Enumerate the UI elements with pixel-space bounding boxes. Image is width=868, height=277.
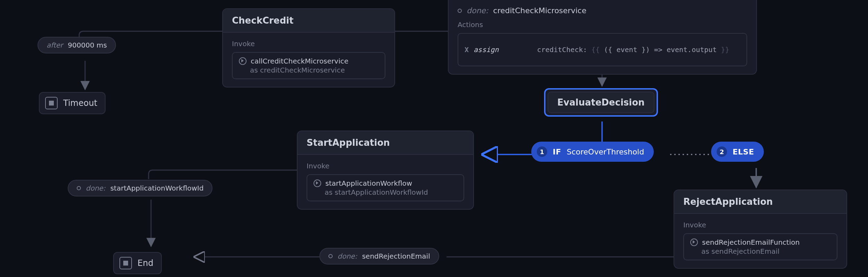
invoke-as-prefix: as: [325, 188, 335, 196]
final-state-icon: [119, 257, 132, 269]
condition-else[interactable]: 2 ELSE: [711, 142, 764, 162]
done-value: creditCheckMicroservice: [493, 6, 586, 15]
edge-done-start-app[interactable]: done: startApplicationWorkflowId: [68, 180, 212, 196]
after-keyword: after: [47, 41, 63, 49]
x-icon: X: [465, 45, 469, 54]
invoke-label: Invoke: [307, 162, 464, 170]
invoke-start-app[interactable]: startApplicationWorkflow as startApplica…: [307, 174, 464, 201]
state-check-credit[interactable]: CheckCredit Invoke callCreditCheckMicros…: [222, 8, 395, 87]
assign-code-open: creditCheck:: [537, 45, 592, 54]
state-end[interactable]: End: [113, 252, 162, 274]
actions-label: Actions: [458, 20, 747, 29]
assign-keyword: assign: [474, 45, 499, 54]
bullet-icon: [328, 254, 333, 258]
if-condition: ScoreOverThreshold: [567, 148, 644, 156]
done-keyword: done:: [337, 252, 357, 260]
after-value: 900000 ms: [68, 41, 107, 49]
bullet-icon: [458, 9, 462, 13]
invoke-call-credit[interactable]: callCreditCheckMicroservice as creditChe…: [232, 52, 385, 79]
start-app-title: StartApplication: [298, 131, 473, 155]
invoke-fn: sendRejectionEmailFunction: [702, 238, 800, 246]
state-reject-application[interactable]: RejectApplication Invoke sendRejectionEm…: [674, 190, 847, 269]
assign-brace-r: }}: [717, 45, 729, 54]
check-credit-title: CheckCredit: [223, 9, 394, 33]
invoke-as: creditCheckMicroservice: [260, 66, 345, 74]
timeout-label: Timeout: [63, 98, 97, 108]
play-icon: [690, 238, 698, 246]
if-keyword: IF: [553, 148, 561, 156]
invoke-reject-app[interactable]: sendRejectionEmailFunction as sendReject…: [683, 233, 837, 260]
evaluate-title: EvaluateDecision: [548, 92, 654, 113]
invoke-as: sendRejectionEmail: [711, 247, 779, 255]
done-keyword: done:: [86, 184, 106, 192]
else-keyword: ELSE: [733, 148, 754, 156]
assign-brace-l: {{: [591, 45, 604, 54]
invoke-fn: callCreditCheckMicroservice: [251, 57, 349, 65]
state-timeout[interactable]: Timeout: [39, 92, 106, 114]
play-icon: [314, 179, 321, 187]
invoke-fn: startApplicationWorkflow: [325, 179, 412, 187]
condition-if[interactable]: 1 IF ScoreOverThreshold: [531, 142, 654, 162]
final-state-icon: [45, 97, 58, 109]
if-index: 1: [537, 146, 547, 157]
done-value: sendRejectionEmail: [362, 252, 430, 260]
edge-after-timeout[interactable]: after 900000 ms: [37, 37, 116, 53]
else-index: 2: [717, 146, 727, 157]
invoke-as-prefix: as: [701, 247, 711, 255]
done-keyword: done:: [467, 6, 488, 15]
state-evaluate-decision[interactable]: EvaluateDecision: [544, 88, 658, 117]
assign-code-body: ({ event }) => event.output: [604, 45, 717, 54]
invoke-label: Invoke: [683, 221, 837, 229]
done-value: startApplicationWorkflowId: [110, 184, 204, 192]
end-label: End: [137, 258, 153, 268]
bullet-icon: [77, 186, 81, 190]
play-icon: [239, 57, 247, 65]
invoke-as-prefix: as: [250, 66, 260, 74]
edge-done-reject[interactable]: done: sendRejectionEmail: [319, 248, 439, 265]
edge-done-credit[interactable]: done: creditCheckMicroservice Actions X …: [448, 0, 757, 75]
state-machine-canvas[interactable]: after 900000 ms Timeout CheckCredit Invo…: [0, 0, 868, 277]
reject-app-title: RejectApplication: [674, 190, 846, 214]
assign-action[interactable]: X assign creditCheck: {{ ({ event }) => …: [458, 33, 747, 66]
state-start-application[interactable]: StartApplication Invoke startApplication…: [297, 131, 474, 210]
invoke-as: startApplicationWorkflowId: [335, 188, 428, 196]
invoke-label: Invoke: [232, 40, 385, 48]
